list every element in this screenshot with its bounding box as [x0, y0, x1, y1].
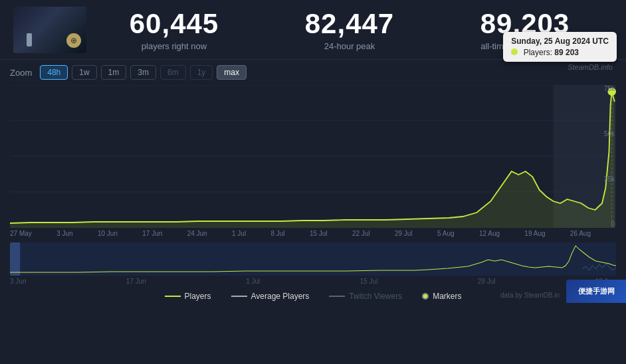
players-label: Players [185, 292, 211, 301]
y-axis: 0 25k 50k 75k [591, 85, 616, 228]
zoom-bar: Zoom 48h 1w 1m 3m 6m 1y max Sunday, 25 A… [0, 60, 626, 85]
legend-twitch: Twitch Viewers [329, 292, 402, 301]
markers-dot-icon [422, 293, 429, 300]
x-label-3: 17 Jun [142, 230, 162, 237]
y-label-0: 0 [592, 221, 615, 228]
x-label-7: 15 Jul [310, 230, 328, 237]
tooltip-value-label: Players: [524, 48, 552, 57]
players-now-number: 60,445 [86, 8, 262, 40]
y-label-25k: 25k [592, 175, 615, 183]
zoom-1y: 1y [190, 65, 213, 80]
x-label-10: 5 Aug [437, 230, 455, 237]
tooltip-value-number: 89 203 [554, 48, 579, 57]
zoom-label: Zoom [10, 68, 32, 78]
legend-markers: Markers [422, 292, 461, 301]
players-now-block: 60,445 players right now [86, 8, 262, 51]
zoom-3m[interactable]: 3m [130, 65, 156, 80]
steamdb-credit: SteamDB.info [568, 63, 613, 71]
main-chart[interactable]: 0 25k 50k 75k [10, 85, 616, 228]
tooltip-dot-icon [511, 48, 518, 55]
legend-players: Players [165, 292, 211, 301]
zoom-48h[interactable]: 48h [40, 65, 68, 80]
x-label-12: 19 Aug [524, 230, 545, 237]
markers-label: Markers [433, 292, 461, 301]
zoom-1w[interactable]: 1w [72, 65, 96, 80]
svg-marker-6 [10, 92, 615, 228]
x-label-11: 12 Aug [479, 230, 500, 237]
x-label-13: 26 Aug [570, 230, 591, 237]
x-label-8: 22 Jul [352, 230, 370, 237]
data-credit: data by SteamDB.in [500, 292, 560, 299]
mini-x-label-1: 17 Jun [126, 278, 146, 285]
svg-rect-10 [10, 242, 20, 276]
legend: Players Average Players Twitch Viewers M… [0, 288, 626, 304]
mini-x-label-0: 3 Jun [10, 278, 26, 285]
mini-x-axis: 3 Jun 17 Jun 1 Jul 15 Jul 29 Jul 12 Aug [10, 278, 616, 285]
x-label-5: 1 Jul [232, 230, 246, 237]
chart-tooltip: Sunday, 25 Aug 2024 UTC Players: 89 203 [503, 32, 617, 62]
y-label-50k: 50k [592, 130, 615, 137]
players-line-icon [165, 296, 181, 297]
x-label-6: 8 Jul [270, 230, 284, 237]
zoom-1m[interactable]: 1m [101, 65, 127, 80]
mini-chart-svg [10, 242, 616, 276]
players-now-label: players right now [86, 41, 262, 51]
x-label-0: 27 May [10, 230, 32, 237]
mini-chart[interactable] [10, 242, 616, 276]
twitch-label: Twitch Viewers [349, 292, 402, 301]
mini-x-label-2: 1 Jul [246, 278, 260, 285]
mini-x-label-4: 29 Jul [478, 278, 496, 285]
x-axis: 27 May 3 Jun 10 Jun 17 Jun 24 Jun 1 Jul … [10, 230, 616, 237]
avg-players-line-icon [231, 296, 247, 297]
peak-24h-number: 82,447 [262, 8, 437, 40]
legend-avg-players: Average Players [231, 292, 310, 301]
zoom-6m: 6m [160, 65, 186, 80]
game-thumbnail: ⊕ [13, 7, 86, 53]
x-label-9: 29 Jul [395, 230, 413, 237]
y-label-75k: 75k [592, 85, 615, 92]
watermark: 便捷手游网 [566, 280, 626, 303]
compass-icon: ⊕ [66, 33, 81, 48]
twitch-line-icon [329, 296, 345, 297]
mini-x-label-3: 15 Jul [360, 278, 378, 285]
chart-grid [10, 85, 616, 228]
tooltip-value: Players: 89 203 [511, 48, 609, 57]
peak-24h-label: 24-hour peak [262, 41, 437, 51]
avg-players-label: Average Players [251, 292, 310, 301]
zoom-max[interactable]: max [217, 65, 247, 80]
x-label-4: 24 Jun [187, 230, 207, 237]
x-label-1: 3 Jun [56, 230, 72, 237]
peak-24h-block: 82,447 24-hour peak [262, 8, 437, 51]
tooltip-title: Sunday, 25 Aug 2024 UTC [511, 37, 609, 46]
x-label-2: 10 Jun [98, 230, 118, 237]
